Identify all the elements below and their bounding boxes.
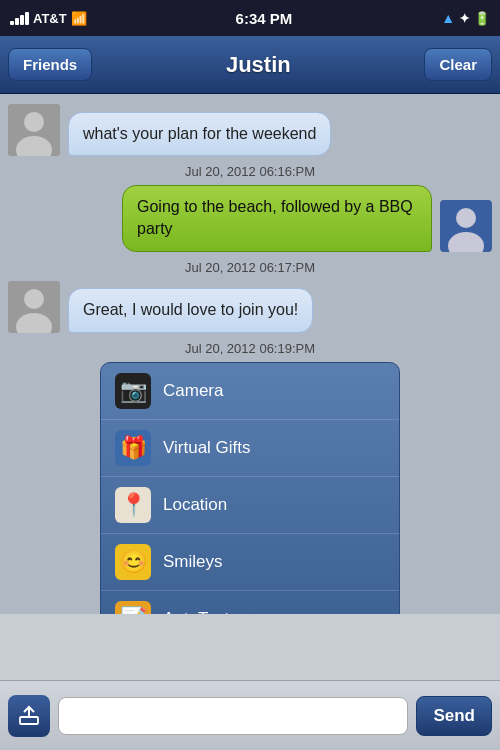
menu-item-autotext[interactable]: 📝 AutoText [101, 591, 399, 614]
autotext-icon: 📝 [115, 601, 151, 614]
nav-bar: Friends Justin Clear [0, 36, 500, 94]
upload-button[interactable] [8, 695, 50, 737]
camera-icon: 📷 [115, 373, 151, 409]
message-bubble-2: Going to the beach, followed by a BBQ pa… [122, 185, 432, 252]
status-bar: AT&T 📶 6:34 PM ▲ ✦ 🔋 [0, 0, 500, 36]
message-row-2: Going to the beach, followed by a BBQ pa… [8, 185, 492, 252]
message-row-3: Great, I would love to join you! [8, 281, 492, 333]
smileys-icon: 😊 [115, 544, 151, 580]
message-row-1: what's your plan for the weekend [8, 104, 492, 156]
menu-item-smileys[interactable]: 😊 Smileys [101, 534, 399, 591]
message-text-1: what's your plan for the weekend [83, 125, 316, 142]
send-button[interactable]: Send [416, 696, 492, 736]
bottom-bar: Send [0, 680, 500, 750]
timestamp-1: Jul 20, 2012 06:16:PM [8, 164, 492, 179]
wifi-icon: 📶 [71, 11, 87, 26]
menu-label-location: Location [163, 495, 227, 515]
menu-label-autotext: AutoText [163, 609, 229, 614]
battery-icon: 🔋 [474, 11, 490, 26]
menu-label-camera: Camera [163, 381, 223, 401]
menu-item-camera[interactable]: 📷 Camera [101, 363, 399, 420]
virtual-gifts-icon: 🎁 [115, 430, 151, 466]
timestamp-3: Jul 20, 2012 06:19:PM [8, 341, 492, 356]
nav-title: Justin [226, 52, 291, 78]
menu-label-smileys: Smileys [163, 552, 223, 572]
message-input[interactable] [58, 697, 408, 735]
action-popup-menu: 📷 Camera 🎁 Virtual Gifts 📍 Location 😊 Sm… [100, 362, 400, 614]
menu-item-location[interactable]: 📍 Location [101, 477, 399, 534]
status-left: AT&T 📶 [10, 11, 87, 26]
clear-button[interactable]: Clear [424, 48, 492, 81]
svg-rect-9 [20, 717, 38, 724]
svg-point-4 [456, 208, 476, 228]
signal-bars-icon [10, 12, 29, 25]
message-bubble-3: Great, I would love to join you! [68, 288, 313, 332]
svg-point-1 [24, 112, 44, 132]
carrier-label: AT&T [33, 11, 67, 26]
timestamp-2: Jul 20, 2012 06:17:PM [8, 260, 492, 275]
arrow-up-icon: ▲ [441, 10, 455, 26]
menu-label-virtual-gifts: Virtual Gifts [163, 438, 251, 458]
message-text-3: Great, I would love to join you! [83, 301, 298, 318]
avatar-incoming-2 [8, 281, 60, 333]
status-right: ▲ ✦ 🔋 [441, 10, 490, 26]
menu-item-virtual-gifts[interactable]: 🎁 Virtual Gifts [101, 420, 399, 477]
message-bubble-1: what's your plan for the weekend [68, 112, 331, 156]
avatar-incoming-1 [8, 104, 60, 156]
location-icon: 📍 [115, 487, 151, 523]
chat-area: what's your plan for the weekend Jul 20,… [0, 94, 500, 614]
status-time: 6:34 PM [236, 10, 293, 27]
svg-point-7 [24, 289, 44, 309]
message-text-2: Going to the beach, followed by a BBQ pa… [137, 198, 413, 237]
avatar-outgoing [440, 200, 492, 252]
bluetooth-icon: ✦ [459, 11, 470, 26]
friends-back-button[interactable]: Friends [8, 48, 92, 81]
